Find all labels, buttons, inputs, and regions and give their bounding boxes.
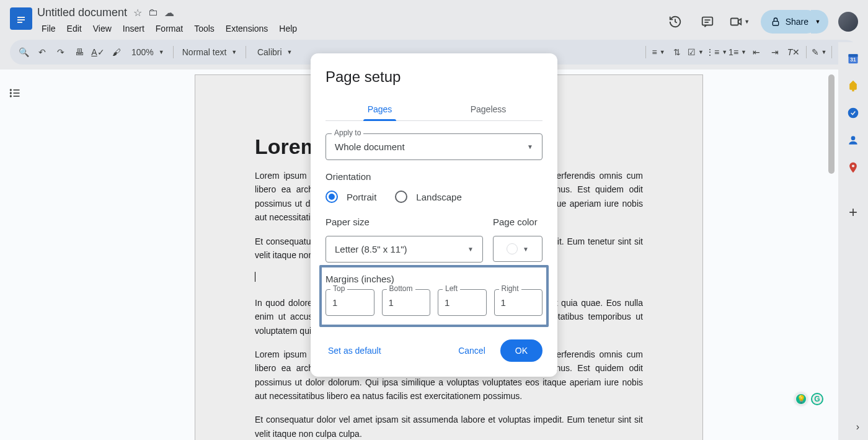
margin-right-input[interactable]	[494, 289, 543, 316]
radio-unchecked-icon	[395, 191, 407, 203]
orientation-label: Orientation	[326, 171, 542, 182]
paper-size-label: Paper size	[326, 217, 483, 227]
radio-checked-icon	[326, 191, 338, 203]
chevron-down-icon: ▼	[527, 143, 533, 150]
paper-size-select[interactable]: Letter (8.5" x 11") ▼	[326, 236, 483, 263]
tab-pageless[interactable]: Pageless	[434, 98, 542, 120]
tab-pages[interactable]: Pages	[326, 98, 434, 120]
ok-button[interactable]: OK	[500, 339, 542, 362]
page-setup-dialog: Page setup Pages Pageless Apply to Whole…	[311, 53, 557, 377]
apply-to-label: Apply to	[332, 128, 363, 137]
color-swatch-icon	[507, 243, 518, 254]
margin-bottom-label: Bottom	[387, 284, 415, 293]
modal-backdrop: Page setup Pages Pageless Apply to Whole…	[0, 0, 868, 440]
margins-label: Margins (inches)	[326, 274, 542, 284]
margin-left-input[interactable]	[438, 289, 487, 316]
orientation-portrait-radio[interactable]: Portrait	[326, 191, 376, 203]
margin-right-label: Right	[499, 284, 521, 293]
chevron-down-icon: ▼	[523, 246, 529, 253]
cancel-button[interactable]: Cancel	[448, 341, 495, 361]
margin-top-input[interactable]	[326, 289, 374, 316]
margin-top-label: Top	[330, 284, 347, 293]
chevron-down-icon: ▼	[467, 246, 474, 253]
margins-section-highlight: Margins (inches) Top Bottom Left Right	[319, 265, 549, 327]
page-color-label: Page color	[493, 217, 542, 227]
apply-to-select[interactable]: Whole document ▼	[326, 133, 542, 160]
orientation-landscape-radio[interactable]: Landscape	[395, 191, 461, 203]
set-as-default-button[interactable]: Set as default	[326, 341, 384, 361]
page-color-select[interactable]: ▼	[493, 236, 542, 262]
dialog-title: Page setup	[326, 68, 542, 86]
margin-left-label: Left	[443, 284, 460, 293]
margin-bottom-input[interactable]	[382, 289, 431, 316]
